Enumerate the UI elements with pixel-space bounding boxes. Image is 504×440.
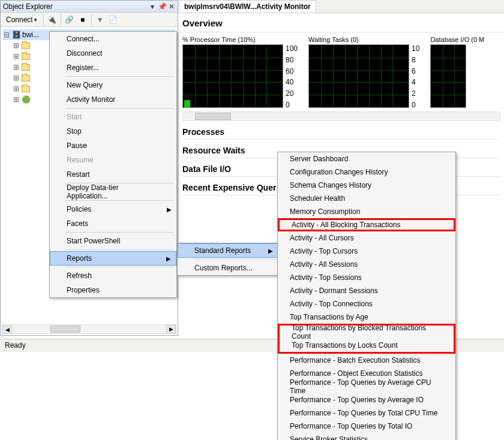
status-text: Ready xyxy=(5,341,26,349)
server-icon: 🗄️ xyxy=(11,30,21,40)
menu-resume: Resume xyxy=(50,153,176,167)
highlight-group: Top Transactions by Blocked Transactions… xyxy=(278,324,455,354)
menu-divider xyxy=(65,232,174,233)
report-config-changes[interactable]: Configuration Changes History xyxy=(278,165,455,179)
submenu-arrow-icon: ▶ xyxy=(166,255,171,262)
folder-icon xyxy=(21,84,31,94)
report-perf-top-io-total[interactable]: Performance - Top Queries by Total IO xyxy=(278,420,455,433)
folder-icon xyxy=(21,52,31,61)
report-activity-all-cursors[interactable]: Activity - All Cursors xyxy=(278,231,455,245)
expand-icon[interactable]: ⊞ xyxy=(13,41,20,50)
menu-divider xyxy=(65,76,174,77)
menu-start: Start xyxy=(50,110,176,124)
menu-disconnect[interactable]: Disconnect xyxy=(50,46,176,61)
agent-icon: 🟢 xyxy=(21,95,31,104)
menu-divider xyxy=(65,249,174,250)
scroll-thumb[interactable] xyxy=(50,326,80,333)
chart-canvas xyxy=(182,44,283,108)
connect-icon[interactable]: 🔌 xyxy=(47,15,57,25)
scroll-thumb[interactable] xyxy=(195,113,231,120)
menu-new-query[interactable]: New Query xyxy=(50,78,176,92)
report-activity-all-sessions[interactable]: Activity - All Sessions xyxy=(278,258,455,271)
chart-y-axis: 10 8 6 4 2 0 xyxy=(409,44,419,109)
chart-waiting-tasks: Waiting Tasks (0) 10 8 6 4 2 0 xyxy=(308,36,419,109)
collapse-icon[interactable]: ⊟ xyxy=(3,31,10,39)
tree-hscroll[interactable]: ◀ ▶ xyxy=(2,324,176,334)
standard-reports-submenu: Server Dashboard Configuration Changes H… xyxy=(277,152,456,440)
report-schema-changes[interactable]: Schema Changes History xyxy=(278,179,455,192)
menu-divider xyxy=(193,259,276,260)
stop-icon[interactable]: ■ xyxy=(78,15,88,25)
menu-divider xyxy=(65,200,174,201)
tab-activity-monitor[interactable]: bwiplmsrv04\BWIW...Activity Monitor xyxy=(179,0,316,13)
chart-canvas xyxy=(308,44,409,108)
menu-refresh[interactable]: Refresh xyxy=(50,269,176,283)
filter-icon[interactable]: ▼ xyxy=(95,15,105,25)
section-processes[interactable]: Processes xyxy=(179,121,504,139)
report-top-tx-blocked[interactable]: Top Transactions by Blocked Transactions… xyxy=(280,326,454,339)
expand-icon[interactable]: ⊞ xyxy=(13,74,20,82)
chart-canvas xyxy=(430,44,466,108)
menu-custom-reports[interactable]: Custom Reports... xyxy=(178,261,278,275)
menu-activity-monitor[interactable]: Activity Monitor xyxy=(50,92,176,107)
close-icon[interactable]: ✕ xyxy=(168,3,175,10)
report-perf-top-cpu-total[interactable]: Performance - Top Queries by Total CPU T… xyxy=(278,406,455,420)
reports-submenu: Standard Reports▶ Custom Reports... xyxy=(177,243,279,276)
charts-hscroll[interactable] xyxy=(182,111,500,121)
report-perf-top-io-avg[interactable]: Performance - Top Queries by Average IO xyxy=(278,393,455,406)
dropdown-icon[interactable]: ▾ xyxy=(149,3,156,10)
expand-icon[interactable]: ⊞ xyxy=(13,52,20,61)
expand-icon[interactable]: ⊞ xyxy=(13,85,20,93)
object-explorer-toolbar: Connect▾ 🔌 🔗 ■ ▼ 📄 xyxy=(1,13,178,27)
expand-icon[interactable]: ⊞ xyxy=(13,63,20,71)
report-activity-dormant-sessions[interactable]: Activity - Dormant Sessions xyxy=(278,284,455,297)
server-context-menu: Connect... Disconnect Register... New Qu… xyxy=(49,31,177,298)
chart-database-io: Database I/O (0 M xyxy=(430,36,484,109)
report-activity-top-sessions[interactable]: Activity - Top Sessions xyxy=(278,271,455,284)
expand-icon[interactable]: ⊞ xyxy=(13,95,20,104)
divider xyxy=(179,32,504,32)
chart-processor-time: % Processor Time (10%) 100 80 60 40 20 0 xyxy=(182,36,298,109)
panel-title-text: Object Explorer xyxy=(3,2,53,11)
submenu-arrow-icon: ▶ xyxy=(167,206,172,213)
menu-properties[interactable]: Properties xyxy=(50,283,176,297)
report-icon[interactable]: 📄 xyxy=(109,15,118,25)
menu-restart[interactable]: Restart xyxy=(50,167,176,182)
folder-icon xyxy=(21,62,31,72)
pin-icon[interactable]: 📌 xyxy=(158,3,166,10)
menu-policies[interactable]: Policies▶ xyxy=(50,202,176,216)
report-activity-all-blocking[interactable]: Activity - All Blocking Transactions xyxy=(278,218,455,231)
charts-row: % Processor Time (10%) 100 80 60 40 20 0 xyxy=(179,36,504,109)
folder-icon xyxy=(21,41,31,50)
menu-reports[interactable]: Reports▶ xyxy=(50,251,176,266)
menu-stop[interactable]: Stop xyxy=(50,124,176,138)
overview-heading: Overview xyxy=(179,13,504,31)
panel-header: Object Explorer ▾ 📌 ✕ xyxy=(1,1,178,13)
menu-deploy-dac[interactable]: Deploy Data-tier Application... xyxy=(50,185,176,199)
report-top-tx-age[interactable]: Top Transactions by Age xyxy=(278,311,455,324)
tab-strip: bwiplmsrv04\BWIW...Activity Monitor xyxy=(179,0,504,13)
report-activity-top-cursors[interactable]: Activity - Top Cursors xyxy=(278,245,455,258)
report-top-tx-locks[interactable]: Top Transactions by Locks Count xyxy=(280,339,454,352)
cpu-data-point xyxy=(184,100,190,107)
report-perf-top-cpu-avg[interactable]: Performance - Top Queries by Average CPU… xyxy=(278,380,455,393)
connect-button[interactable]: Connect▾ xyxy=(4,15,40,25)
menu-pause[interactable]: Pause xyxy=(50,138,176,153)
menu-connect[interactable]: Connect... xyxy=(50,32,176,46)
report-perf-batch[interactable]: Performance - Batch Execution Statistics xyxy=(278,354,455,367)
disconnect-icon[interactable]: 🔗 xyxy=(65,15,74,25)
report-memory-consumption[interactable]: Memory Consumption xyxy=(278,205,455,218)
menu-divider xyxy=(65,108,174,109)
submenu-arrow-icon: ▶ xyxy=(268,248,273,254)
report-server-dashboard[interactable]: Server Dashboard xyxy=(278,152,455,165)
scroll-left-icon[interactable]: ◀ xyxy=(2,326,12,334)
scroll-right-icon[interactable]: ▶ xyxy=(166,325,176,333)
report-scheduler-health[interactable]: Scheduler Health xyxy=(278,192,455,205)
menu-standard-reports[interactable]: Standard Reports▶ xyxy=(178,243,278,258)
menu-register[interactable]: Register... xyxy=(50,61,176,75)
menu-facets[interactable]: Facets xyxy=(50,216,176,231)
folder-icon xyxy=(21,73,31,83)
report-activity-top-connections[interactable]: Activity - Top Connections xyxy=(278,297,455,311)
report-service-broker[interactable]: Service Broker Statistics xyxy=(278,433,455,440)
menu-start-powershell[interactable]: Start PowerShell xyxy=(50,234,176,248)
